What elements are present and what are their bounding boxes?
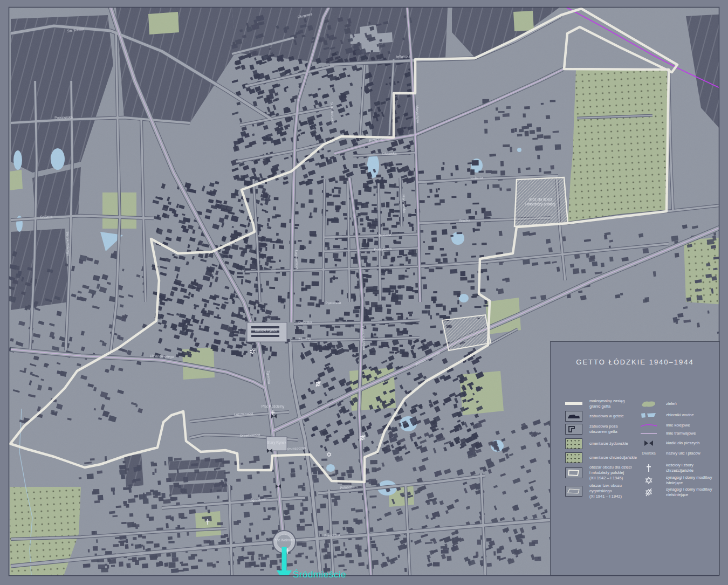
street-name-icon: Dworska — [638, 451, 660, 455]
legend-label: kładki dla pieszych — [666, 441, 720, 446]
legend-item-green: zieleń — [638, 400, 720, 408]
boundary-line-icon — [565, 402, 583, 405]
footbridge-icon — [638, 439, 660, 447]
legend-panel: GETTO ŁÓDZKIE 1940–1944 maksymalny zasię… — [550, 341, 720, 575]
legend-item-street-name: Dworskanazwy ulic i placów — [638, 451, 720, 456]
legend-item-church-cross: kościoły i zbory chrześcijańskie — [638, 463, 720, 473]
ghetto-buildings-icon — [565, 411, 583, 422]
legend-item-railway: linie kolejowe — [638, 423, 720, 428]
legend-label: zabudowa w getcie — [589, 414, 639, 419]
legend-label: linie kolejowe — [666, 423, 720, 428]
poster: obóz dla dzieci i młodzieży polskiej Św.… — [0, 0, 728, 585]
legend-item-ghetto-buildings: zabudowa w getcie — [565, 411, 639, 422]
legend-label: linie tramwajowe — [666, 431, 720, 436]
legend-item-christian-cemetery: cmentarze chrześcijańskie — [565, 452, 639, 463]
legend-item-gypsy-camp: obszar tzw. obozu cygańskiego (XI 1941 –… — [565, 483, 639, 499]
legend-label: cmentarze chrześcijańskie — [589, 455, 639, 460]
synagogue-existing-icon — [638, 476, 660, 485]
christian-cemetery-icon — [565, 452, 583, 463]
legend-label: nazwy ulic i placów — [666, 451, 720, 456]
legend-item-synagogue-existing: synagogi i domy modlitwy istniejące — [638, 475, 720, 486]
legend-label: maksymalny zasięg granic getta — [589, 398, 639, 409]
legend-item-synagogue-former: synagogi i domy modlitwy nieistniejące — [638, 487, 720, 498]
legend-label: obszar obozu dla dzieci i młodzieży pols… — [589, 465, 639, 480]
railway-icon — [638, 423, 660, 428]
legend-item-footbridge: kładki dla pieszych — [638, 439, 720, 447]
green-icon — [638, 400, 660, 408]
legend-item-children-camp: obszar obozu dla dzieci i młodzieży pols… — [565, 465, 639, 480]
srodmiescie-label: Śródmieście — [293, 569, 346, 580]
legend-label: cmentarze żydowskie — [589, 441, 639, 446]
legend-label: kościoły i zbory chrześcijańskie — [666, 463, 720, 473]
legend-item-boundary-line: maksymalny zasięg granic getta — [565, 398, 639, 409]
legend-label: zbiorniki wodne — [666, 412, 720, 418]
legend-item-tram: linie tramwajowe — [638, 431, 720, 436]
children-camp-icon — [565, 467, 583, 478]
outside-buildings-icon — [565, 424, 583, 435]
tram-icon — [638, 432, 660, 435]
legend-item-jewish-cemetery: cmentarze żydowskie — [565, 438, 639, 449]
legend-label: zieleń — [666, 401, 720, 407]
church-cross-icon — [638, 463, 660, 473]
synagogue-former-icon — [638, 488, 660, 497]
legend-label: synagogi i domy modlitwy istniejące — [666, 475, 720, 486]
legend-item-outside-buildings: zabudowa poza obszarem getta — [565, 424, 639, 435]
legend-label: zabudowa poza obszarem getta — [589, 424, 639, 435]
gypsy-camp-icon — [565, 486, 583, 497]
legend-item-water: zbiorniki wodne — [638, 411, 720, 419]
legend-label: obszar tzw. obozu cygańskiego (XI 1941 –… — [589, 483, 639, 499]
water-icon — [638, 411, 660, 419]
map-title: GETTO ŁÓDZKIE 1940–1944 — [551, 358, 719, 366]
jewish-cemetery-icon — [565, 438, 583, 449]
legend-label: synagogi i domy modlitwy nieistniejące — [666, 487, 720, 498]
